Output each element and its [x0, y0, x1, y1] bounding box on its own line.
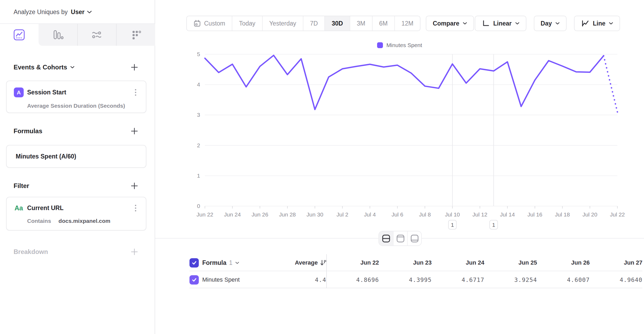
filter-operator[interactable]: Contains	[27, 218, 51, 224]
average-value: 4.4	[284, 277, 326, 283]
check-icon	[191, 277, 197, 283]
breakdown-heading: Breakdown	[14, 248, 48, 256]
tab-flow[interactable]	[77, 24, 116, 46]
layout-table-only-button[interactable]	[407, 231, 421, 245]
plus-icon	[130, 182, 138, 190]
table-value-cell: 4.9640	[590, 277, 642, 283]
split-view-icon	[381, 234, 391, 243]
annotation-badge[interactable]: 1	[490, 220, 498, 229]
linear-axis-icon	[482, 19, 490, 27]
x-axis-tick-label: Jul 12	[472, 211, 487, 218]
calendar-icon	[193, 20, 201, 27]
plus-icon	[130, 127, 138, 135]
table-value-cell: 4.8696	[326, 271, 379, 288]
date-range-picker: CustomTodayYesterday7D30D3M6M12M	[186, 16, 420, 31]
chart-type-button[interactable]: Line	[574, 16, 620, 31]
line-chart: 012345Jun 22Jun 24Jun 26Jun 28Jun 30Jul …	[186, 37, 644, 234]
line-chart-icon	[581, 19, 589, 27]
filter-card-current-url[interactable]: Aa Current URL Contains docs.mixpanel.co…	[6, 197, 146, 231]
chevron-down-icon	[87, 11, 92, 14]
y-axis-tick-label: 0	[197, 203, 200, 209]
filter-section-header: Filter	[14, 182, 138, 190]
table-header-row: Formula 1 Average Jun 22Jun 23Jun 24Jun …	[189, 254, 642, 271]
x-axis-tick-label: Jul 10	[445, 211, 460, 218]
formulas-section-header: Formulas	[14, 127, 138, 135]
date-range-7d[interactable]: 7D	[303, 16, 324, 31]
retention-grid-icon	[130, 29, 142, 41]
chevron-down-icon	[235, 262, 239, 264]
tab-insights-line-chart[interactable]	[0, 24, 39, 46]
x-axis-tick-label: Jul 16	[527, 211, 542, 218]
date-range-6m[interactable]: 6M	[372, 16, 394, 31]
x-axis-tick-label: Jul 14	[500, 211, 515, 218]
x-axis-tick-label: Jun 22	[196, 211, 213, 218]
analyze-uniques-row: Analyze Uniques by User	[14, 9, 92, 16]
results-table: Formula 1 Average Jun 22Jun 23Jun 24Jun …	[189, 254, 642, 288]
date-range-30d[interactable]: 30D	[324, 16, 349, 31]
table-value-cell: 4.3995	[379, 277, 432, 283]
series-row-label: Minutes Spent	[202, 276, 284, 283]
events-cohorts-label: Events & Cohorts	[14, 64, 67, 71]
annotation-badge[interactable]: 1	[448, 220, 456, 229]
chevron-down-icon	[555, 22, 560, 25]
date-range-label: Custom	[204, 20, 225, 27]
event-title: Session Start	[27, 89, 66, 96]
granularity-button[interactable]: Day	[534, 16, 567, 31]
filter-heading: Filter	[14, 182, 29, 190]
filter-options-menu[interactable]	[133, 204, 138, 212]
add-formula-button[interactable]	[130, 127, 138, 135]
date-range-3m[interactable]: 3M	[350, 16, 372, 31]
granularity-label: Day	[541, 20, 552, 27]
events-cohorts-heading[interactable]: Events & Cohorts	[14, 64, 75, 71]
x-axis-tick-label: Jun 28	[279, 211, 296, 218]
layout-split-view-button[interactable]	[379, 231, 393, 245]
x-axis-tick-label: Jul 2	[336, 211, 348, 218]
panel-layout-toggle	[378, 231, 422, 246]
string-property-icon: Aa	[14, 204, 24, 212]
date-range-12m[interactable]: 12M	[394, 16, 420, 31]
x-axis-tick-label: Jun 26	[251, 211, 268, 218]
add-event-button[interactable]	[130, 63, 138, 71]
date-range-custom[interactable]: Custom	[187, 16, 232, 31]
chevron-down-icon	[515, 22, 519, 25]
table-value-cell: 3.9254	[484, 277, 537, 283]
row-checkbox[interactable]	[189, 275, 199, 285]
tab-bar-chart[interactable]	[39, 24, 77, 46]
add-breakdown-button[interactable]	[130, 248, 138, 256]
date-range-yesterday[interactable]: Yesterday	[262, 16, 303, 31]
compare-button[interactable]: Compare	[426, 16, 474, 31]
table-date-column-header: Jun 27	[590, 259, 642, 266]
x-axis-tick-label: Jul 8	[419, 211, 431, 218]
table-date-column-header: Jun 26	[537, 259, 590, 266]
y-axis-tick-label: 5	[197, 51, 200, 57]
formula-column-dropdown[interactable]: Formula 1	[202, 259, 284, 266]
analyze-by-dropdown[interactable]: User	[71, 9, 92, 16]
average-column-sort[interactable]: Average	[284, 259, 326, 266]
tab-retention-grid[interactable]	[116, 24, 155, 46]
y-axis-tick-label: 4	[197, 81, 200, 87]
axis-scale-button[interactable]: Linear	[475, 16, 526, 31]
sort-icon	[320, 259, 326, 266]
event-options-menu[interactable]	[133, 88, 138, 97]
analyze-uniques-label: Analyze Uniques by	[14, 9, 68, 16]
formula-card[interactable]: Minutes Spent (A/60)	[6, 145, 146, 168]
analyze-by-value: User	[71, 9, 84, 16]
filter-value[interactable]: docs.mixpanel.com	[59, 218, 110, 224]
table-value-cell: 4.6007	[537, 277, 590, 283]
bar-chart-icon	[52, 29, 64, 41]
average-column-label: Average	[295, 259, 318, 266]
add-filter-button[interactable]	[130, 182, 138, 190]
select-all-checkbox[interactable]	[189, 258, 199, 268]
date-range-label: 12M	[402, 20, 414, 27]
y-axis-tick-label: 3	[197, 112, 200, 118]
event-aggregation[interactable]: Average Session Duration (Seconds)	[27, 103, 125, 109]
date-range-today[interactable]: Today	[232, 16, 262, 31]
date-range-label: 3M	[357, 20, 365, 27]
event-card-session-start[interactable]: A Session Start Average Session Duration…	[6, 81, 146, 113]
layout-chart-only-button[interactable]	[393, 231, 407, 245]
top-panel-icon	[396, 234, 405, 243]
table-date-column-header: Jun 24	[432, 259, 484, 266]
series-line-incomplete-dotted	[604, 56, 617, 112]
table-date-column-header: Jun 23	[379, 259, 432, 266]
date-range-label: 7D	[310, 20, 318, 27]
